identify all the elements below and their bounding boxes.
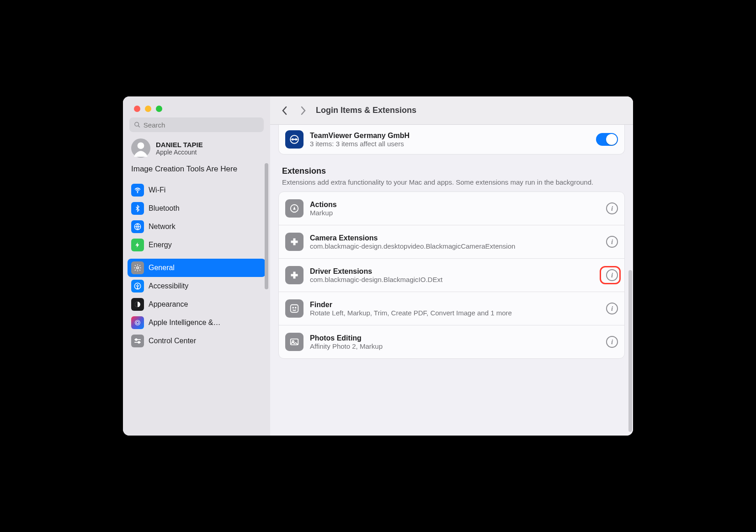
close-window-button[interactable]	[134, 106, 140, 112]
info-button[interactable]: i	[606, 303, 618, 314]
content-area: TeamViewer Germany GmbH 3 items: 3 items…	[270, 125, 633, 436]
extensions-section-header: Extensions Extensions add extra function…	[278, 154, 625, 192]
apple-account-row[interactable]: DANIEL TAPIE Apple Account	[123, 136, 270, 162]
extension-row-driver[interactable]: Driver Extensions com.blackmagic-design.…	[279, 258, 624, 292]
search-icon	[134, 121, 141, 128]
sidebar-list: Wi-Fi Bluetooth Network Energy	[123, 180, 270, 355]
sidebar-item-appearance[interactable]: Appearance	[128, 295, 266, 314]
sidebar-item-energy[interactable]: Energy	[128, 236, 266, 254]
bluetooth-icon	[131, 202, 144, 215]
extension-title: Camera Extensions	[310, 234, 600, 242]
svg-point-20	[293, 308, 293, 309]
svg-point-13	[135, 339, 137, 340]
maximize-window-button[interactable]	[156, 106, 162, 112]
extension-title: Driver Extensions	[310, 267, 600, 276]
sidebar-item-label: Control Center	[149, 337, 196, 345]
svg-point-3	[138, 142, 144, 149]
extensions-heading: Extensions	[282, 166, 621, 176]
sidebar-item-label: Apple Intelligence &…	[149, 319, 220, 327]
extension-title: Finder	[310, 301, 600, 309]
info-button[interactable]: i	[606, 236, 618, 248]
account-name: DANIEL TAPIE	[156, 141, 203, 149]
main-scrollbar[interactable]	[628, 270, 632, 432]
promo-banner[interactable]: Image Creation Tools Are Here	[123, 162, 270, 180]
sidebar-scrollbar[interactable]	[265, 163, 268, 289]
svg-line-1	[138, 126, 140, 128]
sidebar-item-label: General	[149, 264, 175, 272]
teamviewer-icon	[285, 130, 303, 149]
extension-row-camera[interactable]: Camera Extensions com.blackmagic-design.…	[279, 225, 624, 258]
sidebar-item-control-center[interactable]: Control Center	[128, 332, 266, 350]
actions-icon	[285, 199, 303, 218]
system-settings-window: DANIEL TAPIE Apple Account Image Creatio…	[123, 96, 633, 436]
sidebar-item-accessibility[interactable]: Accessibility	[128, 277, 266, 295]
sidebar-item-label: Energy	[149, 241, 172, 249]
gear-icon	[131, 261, 144, 274]
svg-point-10	[136, 322, 138, 324]
energy-icon	[131, 239, 144, 251]
appearance-icon	[131, 298, 144, 311]
info-button[interactable]: i	[606, 202, 618, 214]
login-item-row[interactable]: TeamViewer Germany GmbH 3 items: 3 items…	[279, 125, 624, 154]
minimize-window-button[interactable]	[145, 106, 151, 112]
main-pane: Login Items & Extensions TeamViewer Germ…	[270, 96, 633, 436]
extension-sub: Markup	[310, 209, 600, 217]
svg-point-15	[138, 341, 140, 343]
info-button[interactable]: i	[606, 336, 618, 348]
svg-point-8	[137, 284, 138, 285]
window-controls	[123, 96, 270, 112]
svg-point-21	[295, 308, 296, 309]
svg-point-4	[137, 192, 138, 193]
titlebar: Login Items & Extensions	[270, 96, 633, 125]
login-item-sub: 3 items: 3 items affect all users	[310, 140, 590, 148]
extension-row-actions[interactable]: Actions Markup i	[279, 192, 624, 225]
sidebar-item-label: Bluetooth	[149, 204, 180, 213]
extension-sub: com.blackmagic-design.desktopvideo.Black…	[310, 242, 600, 250]
extension-row-finder[interactable]: Finder Rotate Left, Markup, Trim, Create…	[279, 292, 624, 325]
extension-title: Photos Editing	[310, 334, 600, 342]
login-item-title: TeamViewer Germany GmbH	[310, 132, 590, 140]
sidebar-item-label: Accessibility	[149, 282, 188, 290]
forward-button[interactable]	[294, 101, 312, 120]
svg-rect-19	[291, 305, 298, 313]
extension-generic-icon	[285, 266, 303, 284]
chevron-left-icon	[282, 106, 288, 115]
extension-row-photos[interactable]: Photos Editing Affinity Photo 2, Markup …	[279, 325, 624, 358]
extension-sub: Affinity Photo 2, Markup	[310, 342, 600, 350]
back-button[interactable]	[276, 101, 294, 120]
sidebar-item-wifi[interactable]: Wi-Fi	[128, 181, 266, 199]
sidebar-item-label: Appearance	[149, 300, 188, 309]
svg-point-11	[135, 320, 140, 325]
sidebar-item-label: Wi-Fi	[149, 186, 165, 194]
extension-sub: com.blackmagic-design.BlackmagicIO.DExt	[310, 276, 600, 283]
finder-extension-icon	[285, 299, 303, 318]
svg-point-0	[135, 122, 139, 126]
extension-title: Actions	[310, 201, 600, 209]
accessibility-icon	[131, 280, 144, 293]
network-icon	[131, 220, 144, 233]
photos-extension-icon	[285, 333, 303, 351]
sidebar-item-general[interactable]: General	[128, 259, 266, 277]
wifi-icon	[131, 184, 144, 197]
search-input[interactable]	[144, 121, 259, 129]
page-title: Login Items & Extensions	[316, 106, 416, 115]
sidebar-item-label: Network	[149, 223, 176, 231]
svg-point-6	[137, 267, 139, 269]
sidebar-item-apple-intelligence[interactable]: Apple Intelligence &…	[128, 314, 266, 332]
avatar-icon	[131, 138, 150, 158]
login-item-toggle[interactable]	[596, 133, 618, 146]
control-center-icon	[131, 335, 144, 347]
info-button[interactable]: i	[606, 269, 618, 281]
extensions-description: Extensions add extra functionality to yo…	[282, 178, 621, 187]
chevron-right-icon	[300, 106, 306, 115]
sidebar-item-bluetooth[interactable]: Bluetooth	[128, 199, 266, 218]
sidebar-pane: DANIEL TAPIE Apple Account Image Creatio…	[123, 96, 270, 436]
search-field[interactable]	[129, 117, 264, 132]
account-sub: Apple Account	[156, 149, 203, 156]
sidebar-item-network[interactable]: Network	[128, 218, 266, 236]
apple-intelligence-icon	[131, 316, 144, 329]
extension-generic-icon	[285, 233, 303, 251]
extension-sub: Rotate Left, Markup, Trim, Create PDF, C…	[310, 309, 600, 317]
extensions-list: Actions Markup i Camera Extensions com.b…	[278, 192, 625, 359]
